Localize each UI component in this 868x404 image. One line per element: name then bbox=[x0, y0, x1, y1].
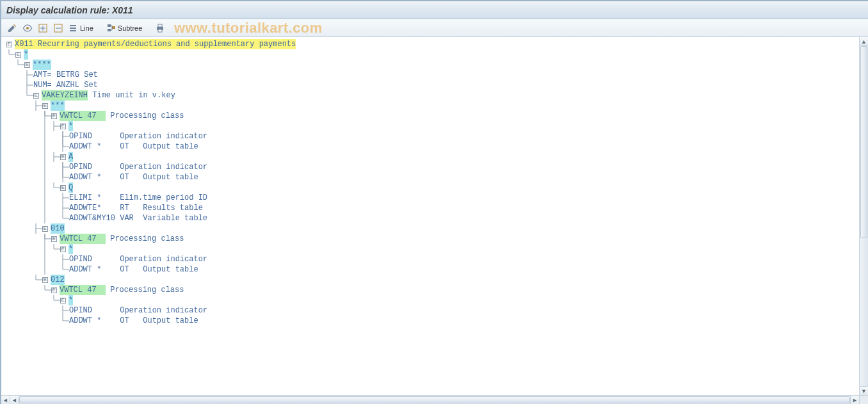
tree-node-text: OT Output table bbox=[115, 316, 198, 326]
tree-node-text: * bbox=[68, 121, 73, 131]
edit-icon[interactable] bbox=[5, 21, 19, 35]
tree-node-text: ADDWT * bbox=[69, 264, 115, 275]
scroll-up-icon[interactable]: ▲ bbox=[860, 37, 868, 46]
tree-gutter bbox=[1, 121, 60, 131]
tree-node-text: Q bbox=[68, 182, 73, 193]
line-button[interactable]: Line bbox=[67, 21, 95, 35]
expand-marker[interactable]: E bbox=[60, 298, 66, 303]
tree-node-text: OPIND bbox=[69, 305, 115, 316]
tree-node-text: OPIND bbox=[69, 254, 115, 264]
tree-node-text: ADDWT * bbox=[69, 316, 115, 326]
expand-marker[interactable]: E bbox=[33, 93, 39, 99]
tree-gutter bbox=[1, 295, 60, 305]
tree-row: E**** bbox=[1, 60, 858, 70]
expand-marker[interactable]: E bbox=[6, 42, 12, 47]
vertical-scrollbar[interactable]: ▲ ▼ bbox=[859, 37, 868, 395]
expand-marker[interactable]: E bbox=[42, 226, 48, 232]
tree-row: OPIND Operation indicator bbox=[1, 254, 858, 264]
collapse-icon[interactable] bbox=[51, 21, 65, 35]
tree-node-text: A bbox=[68, 152, 73, 162]
tree-gutter bbox=[1, 152, 60, 162]
tree-row: E* bbox=[1, 49, 858, 60]
tree-row: NUM= ANZHL Set bbox=[1, 80, 858, 90]
tree-node-text: 010 bbox=[51, 223, 65, 234]
tree-node-text: * bbox=[24, 49, 28, 60]
tree-node-text: OPIND bbox=[69, 131, 115, 141]
vertical-scroll-thumb[interactable] bbox=[860, 46, 867, 238]
scroll-left-icon[interactable]: ◄ bbox=[1, 396, 10, 404]
tree-row: EX011 Recurring payments/deductions and … bbox=[1, 39, 858, 49]
tree-gutter bbox=[1, 90, 33, 101]
tree-node-text: X011 Recurring payments/deductions and s… bbox=[15, 39, 296, 49]
tree-gutter bbox=[1, 244, 60, 254]
titlebar: Display calculation rule: X011 bbox=[1, 1, 868, 19]
tree-gutter bbox=[1, 182, 60, 193]
tree-node-text: VWTCL 47 bbox=[60, 111, 106, 121]
tree-node-text: Operation indicator bbox=[115, 305, 207, 316]
expand-marker[interactable]: E bbox=[60, 154, 66, 160]
scroll-down-icon[interactable]: ▼ bbox=[860, 386, 868, 395]
expand-marker[interactable]: E bbox=[51, 113, 57, 119]
tree-gutter bbox=[1, 223, 42, 234]
tree-node-text: Time unit in v.key bbox=[88, 90, 175, 101]
tree-node-text: VWTCL 47 bbox=[60, 285, 106, 295]
tree-node-text: Operation indicator bbox=[115, 131, 207, 141]
tree-node-text: *** bbox=[51, 101, 65, 111]
svg-rect-10 bbox=[158, 24, 162, 27]
expand-marker[interactable]: E bbox=[24, 62, 30, 68]
horizontal-scrollbar[interactable]: ◄ ◄ ► bbox=[1, 395, 859, 404]
expand-marker[interactable]: E bbox=[51, 287, 57, 293]
line-button-label: Line bbox=[80, 24, 93, 32]
expand-marker[interactable]: E bbox=[15, 52, 21, 58]
tree-row: AMT= BETRG Set bbox=[1, 70, 858, 80]
tree-gutter bbox=[1, 60, 24, 70]
tree-node-text: Elim.time period ID bbox=[115, 193, 207, 203]
display-icon[interactable] bbox=[20, 21, 35, 35]
tree-node-text: Processing class bbox=[106, 111, 184, 121]
svg-rect-8 bbox=[112, 26, 115, 29]
tree-node-text: VWTCL 47 bbox=[60, 234, 106, 244]
expand-marker[interactable]: E bbox=[42, 277, 48, 283]
svg-rect-7 bbox=[108, 29, 111, 31]
svg-rect-4 bbox=[70, 28, 76, 29]
tree-node-text: Operation indicator bbox=[115, 254, 207, 264]
tree-node-text: Processing class bbox=[106, 234, 184, 244]
tree-node-text: ADDWT&MY10 bbox=[69, 213, 115, 223]
tree-row: E* bbox=[1, 244, 858, 254]
tree-row: ADDWT * OT Output table bbox=[1, 316, 858, 326]
page-title: Display calculation rule: X011 bbox=[6, 5, 133, 15]
tree-row: ADDWT&MY10 VAR Variable table bbox=[1, 213, 858, 223]
tree-gutter bbox=[1, 101, 42, 111]
horizontal-scroll-thumb[interactable] bbox=[19, 396, 850, 403]
print-icon[interactable] bbox=[153, 21, 167, 35]
tree-row: ELIMI * Elim.time period ID bbox=[1, 193, 858, 203]
tree-row: EQ bbox=[1, 182, 858, 193]
watermark: www.tutorialkart.com bbox=[174, 19, 323, 37]
tree-row: OPIND Operation indicator bbox=[1, 305, 858, 316]
tree-row: EA bbox=[1, 152, 858, 162]
tree-node-text: OT Output table bbox=[115, 141, 198, 152]
tree-gutter bbox=[1, 49, 15, 60]
tree-gutter bbox=[1, 203, 69, 213]
tree-row: EVWTCL 47 Processing class bbox=[1, 111, 858, 121]
tree-row: ADDWT * OT Output table bbox=[1, 141, 858, 152]
expand-marker[interactable]: E bbox=[60, 246, 66, 252]
scroll-right-icon[interactable]: ► bbox=[850, 396, 859, 404]
tree-node-text: Processing class bbox=[106, 285, 184, 295]
tree-node-text: ELIMI * bbox=[69, 193, 115, 203]
tree-row: E012 bbox=[1, 275, 858, 285]
subtree-button[interactable]: Subtree bbox=[104, 21, 145, 35]
tree-node-text: VAKEYZEINH bbox=[42, 90, 88, 101]
tree-row: ADDWTE* RT Results table bbox=[1, 203, 858, 213]
expand-marker[interactable]: E bbox=[60, 185, 66, 191]
expand-icon[interactable] bbox=[36, 21, 50, 35]
expand-marker[interactable]: E bbox=[51, 236, 57, 242]
tree-gutter bbox=[1, 80, 33, 90]
scroll-left2-icon[interactable]: ◄ bbox=[10, 396, 19, 404]
expand-marker[interactable]: E bbox=[60, 124, 66, 129]
tree-node-text: ADDWT * bbox=[69, 141, 115, 152]
tree-node-text: AMT= BETRG bbox=[33, 70, 79, 80]
tree-node-text: Operation indicator bbox=[115, 162, 207, 172]
expand-marker[interactable]: E bbox=[42, 103, 48, 109]
tree-node-text: RT Results table bbox=[115, 203, 203, 213]
